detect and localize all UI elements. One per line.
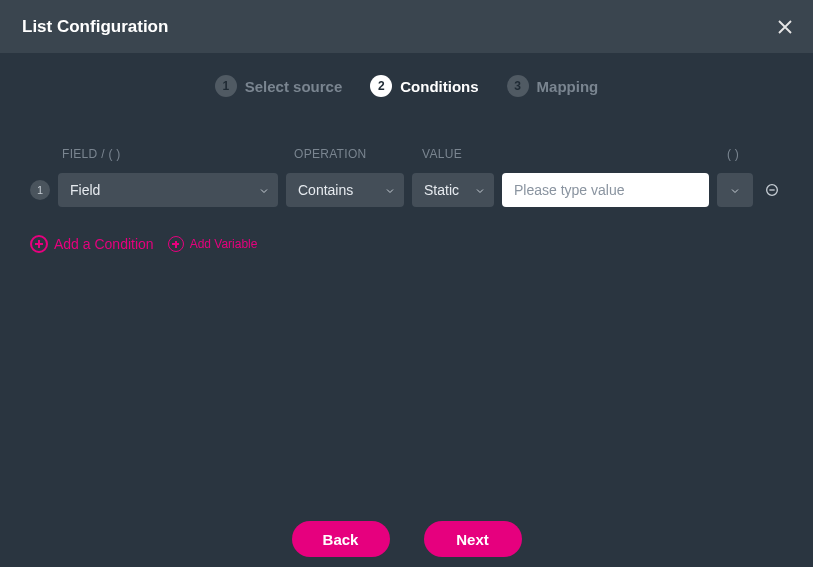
- step-label: Conditions: [400, 78, 478, 95]
- step-mapping[interactable]: 3 Mapping: [507, 75, 599, 97]
- step-label: Select source: [245, 78, 343, 95]
- step-conditions[interactable]: 2 Conditions: [370, 75, 478, 97]
- header-field: FIELD / ( ): [62, 147, 294, 161]
- step-number: 1: [215, 75, 237, 97]
- row-number: 1: [30, 180, 50, 200]
- modal-title: List Configuration: [22, 17, 168, 37]
- wizard-footer: Back Next: [0, 521, 813, 557]
- value-type-select-value: Static: [424, 182, 459, 198]
- add-condition-label: Add a Condition: [54, 236, 154, 252]
- step-number: 2: [370, 75, 392, 97]
- condition-row: 1 Field Contains Static: [30, 173, 783, 207]
- grouping-select[interactable]: [717, 173, 753, 207]
- add-condition-button[interactable]: Add a Condition: [30, 235, 154, 253]
- close-button[interactable]: [773, 15, 797, 39]
- step-number: 3: [507, 75, 529, 97]
- plus-circle-icon: [30, 235, 48, 253]
- modal-header: List Configuration: [0, 0, 813, 53]
- header-paren: ( ): [713, 147, 753, 161]
- value-type-select[interactable]: Static: [412, 173, 494, 207]
- chevron-down-icon: [474, 184, 486, 196]
- close-icon: [776, 18, 794, 36]
- next-button[interactable]: Next: [424, 521, 522, 557]
- add-links-row: Add a Condition Add Variable: [0, 235, 813, 253]
- wizard-stepper: 1 Select source 2 Conditions 3 Mapping: [0, 75, 813, 97]
- chevron-down-icon: [384, 184, 396, 196]
- column-headers: FIELD / ( ) OPERATION VALUE ( ): [0, 147, 813, 161]
- remove-condition-button[interactable]: [761, 179, 783, 201]
- step-label: Mapping: [537, 78, 599, 95]
- minus-circle-icon: [764, 182, 780, 198]
- step-select-source[interactable]: 1 Select source: [215, 75, 343, 97]
- value-input[interactable]: [502, 173, 709, 207]
- operation-select[interactable]: Contains: [286, 173, 404, 207]
- add-variable-button[interactable]: Add Variable: [168, 236, 258, 252]
- plus-circle-icon: [168, 236, 184, 252]
- header-operation: OPERATION: [294, 147, 422, 161]
- chevron-down-icon: [258, 184, 270, 196]
- conditions-area: 1 Field Contains Static: [0, 173, 813, 207]
- add-variable-label: Add Variable: [190, 237, 258, 251]
- field-select[interactable]: Field: [58, 173, 278, 207]
- chevron-down-icon: [729, 184, 741, 196]
- operation-select-value: Contains: [298, 182, 353, 198]
- field-select-value: Field: [70, 182, 100, 198]
- back-button[interactable]: Back: [292, 521, 390, 557]
- header-value: VALUE: [422, 147, 713, 161]
